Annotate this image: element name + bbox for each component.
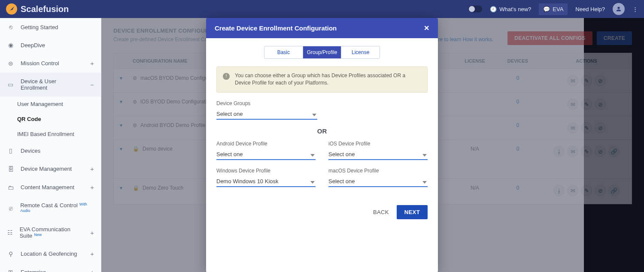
sidebar-item-devices[interactable]: ▯Devices [0,142,101,160]
tab-basic[interactable]: Basic [264,46,303,58]
theme-toggle[interactable] [468,6,482,12]
folder-icon: 🗀 [7,184,15,191]
sidebar-sub-imei[interactable]: IMEI Based Enrollment [0,127,101,142]
close-icon[interactable]: ✕ [424,24,429,32]
modal-title: Create Device Enrollment Configuration [215,24,337,32]
sidebar-item-device-mgmt[interactable]: 🗄Device Management+ [0,160,101,178]
brand-logo[interactable]: Scalefusion [6,3,69,15]
ios-profile-label: iOS Device Profile [328,141,428,147]
android-profile-label: Android Device Profile [216,141,316,147]
launch-icon: ⎋ [7,24,15,30]
back-button[interactable]: BACK [373,209,389,215]
help-label: Need Help? [575,6,605,12]
location-icon: ⚲ [7,251,15,257]
or-divider: OR [216,127,428,135]
chat2-icon: ☷ [7,229,14,236]
modal-tabs: Basic Group/Profile License [264,46,380,59]
enrollment-config-modal: Create Device Enrollment Configuration ✕… [206,18,438,272]
info-notice: ! You can choose either a Group which ha… [216,66,428,93]
next-button[interactable]: NEXT [397,205,428,219]
sidebar-item-enterprise[interactable]: ⛨Enterprise+ [0,263,101,272]
help-link[interactable]: Need Help? [575,6,605,12]
more-icon[interactable]: ⋮ [632,6,638,12]
sidebar-item-getting-started[interactable]: ⎋Getting Started [0,18,101,36]
topbar: Scalefusion 🕘 What's new? 💬 EVA Need Hel… [0,0,644,18]
sidebar-item-mission-control[interactable]: ⊜Mission Control+ [0,54,101,73]
sidebar: ⎋Getting Started ◉DeepDive ⊜Mission Cont… [0,18,101,272]
tab-group-profile[interactable]: Group/Profile [303,46,341,58]
eva-link[interactable]: 💬 EVA [539,3,568,15]
sidebar-sub-user-management[interactable]: User Management [0,97,101,112]
whats-new-link[interactable]: 🕘 What's new? [490,6,531,12]
gauge-icon: ◉ [7,42,15,48]
sidebar-item-deepdive[interactable]: ◉DeepDive [0,36,101,54]
whats-new-label: What's new? [499,6,531,12]
android-profile-select[interactable]: Select one [216,149,316,160]
windows-profile-select[interactable]: Demo Windows 10 Kiosk [216,176,316,187]
user-avatar[interactable] [613,3,625,15]
sidebar-item-enrollment[interactable]: ▭Device & User Enrollment− [0,73,101,97]
brand-text: Scalefusion [21,4,69,14]
shield-icon: ⛨ [7,269,15,272]
sidebar-item-eva-suite[interactable]: ☷EVA Communication SuiteNew+ [0,221,101,245]
device-groups-label: Device Groups [216,100,428,106]
sidebar-sub-qr-code[interactable]: QR Code [0,112,101,127]
sidebar-item-remote-cast[interactable]: ⎚Remote Cast & ControlWith Audio [0,196,101,221]
sidebar-item-content-mgmt[interactable]: 🗀Content Management+ [0,178,101,196]
cast-icon: ⎚ [7,205,14,212]
collapse-icon: − [90,81,94,88]
expand-icon: + [90,60,94,67]
logo-icon [6,3,17,15]
windows-profile-label: Windows Device Profile [216,168,316,174]
chat-icon: 💬 [543,6,550,12]
macos-profile-label: macOS Device Profile [328,168,428,174]
tab-license[interactable]: License [341,46,380,58]
info-icon: ! [223,73,230,80]
eva-label: EVA [553,6,563,12]
clock-icon: 🕘 [490,6,497,12]
briefcase-icon: 🗄 [7,166,15,172]
control-icon: ⊜ [7,60,15,67]
macos-profile-select[interactable]: Select one [328,176,428,187]
device-icon: ▭ [7,81,15,88]
phone-icon: ▯ [7,147,15,154]
ios-profile-select[interactable]: Select one [328,149,428,160]
sidebar-item-location[interactable]: ⚲Location & Geofencing+ [0,245,101,263]
device-groups-select[interactable]: Select one [216,109,317,120]
